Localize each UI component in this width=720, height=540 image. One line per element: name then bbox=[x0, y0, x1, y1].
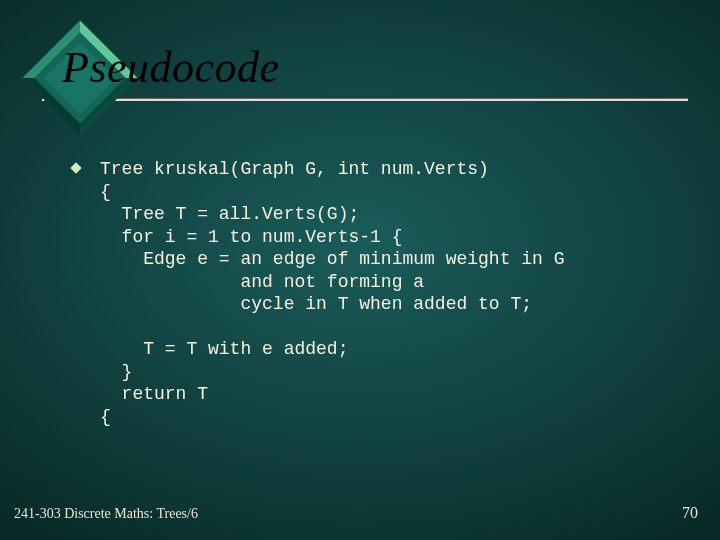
bullet-icon bbox=[70, 162, 81, 173]
pseudocode-block: Tree kruskal(Graph G, int num.Verts) { T… bbox=[100, 158, 564, 428]
footer-course-ref: 241-303 Discrete Maths: Trees/6 bbox=[14, 506, 198, 522]
slide-title: Pseudocode bbox=[62, 42, 280, 93]
slide-number: 70 bbox=[682, 504, 698, 522]
